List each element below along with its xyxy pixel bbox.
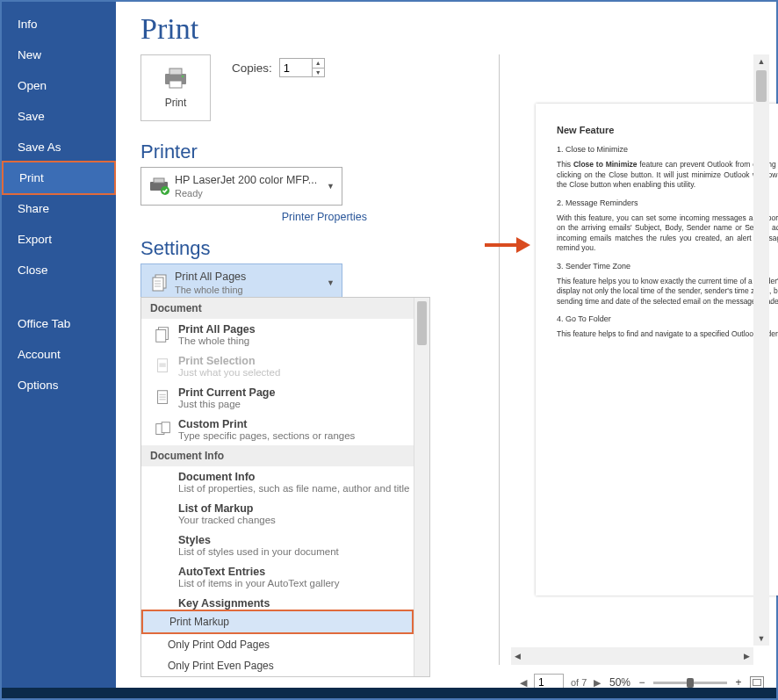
sidebar-item-new[interactable]: New [2, 40, 116, 70]
sidebar-item-open[interactable]: Open [2, 70, 116, 101]
settings-dropdown: Document Print All PagesThe whole thing … [140, 297, 430, 677]
dd-item-print-selection: Print SelectionJust what you selected [141, 350, 429, 382]
preview-pane: New Feature 1. Close to Minimize This Cl… [511, 54, 769, 665]
zoom-out-button[interactable]: − [636, 676, 648, 689]
dropdown-scrollbar[interactable] [414, 298, 429, 676]
doc-s4: 4. Go To Folder [557, 314, 778, 324]
svg-rect-21 [162, 422, 169, 433]
doc-p2: With this feature, you can set some inco… [557, 213, 778, 254]
preview-page: New Feature 1. Close to Minimize This Cl… [536, 104, 778, 595]
copies-spinner[interactable]: ▲ ▼ [279, 58, 325, 77]
doc-s3: 3. Sender Time Zone [557, 261, 778, 271]
preview-divider [499, 54, 500, 665]
doc-p3: This feature helps you to know exactly t… [557, 277, 778, 307]
page-icon [155, 388, 172, 408]
printer-properties-link[interactable]: Printer Properties [140, 211, 367, 223]
next-page-icon[interactable]: ▶ [594, 677, 601, 689]
settings-heading: Settings [140, 237, 211, 259]
preview-vscroll[interactable]: ▲ ▼ [753, 54, 769, 646]
dd-item-keyassign[interactable]: Key Assignments [141, 593, 429, 610]
printer-icon [162, 67, 189, 90]
sidebar-item-account[interactable]: Account [2, 339, 116, 370]
printer-status: Ready [175, 188, 317, 198]
sidebar-item-officetab[interactable]: Office Tab [2, 308, 116, 339]
dd-item-autotext[interactable]: AutoText EntriesList of items in your Au… [141, 561, 429, 593]
page-title: Print [140, 12, 776, 46]
dd-item-print-all[interactable]: Print All PagesThe whole thing [141, 319, 429, 350]
pages-icon [154, 325, 173, 344]
zoom-fit-button[interactable] [750, 676, 764, 689]
doc-s2: 2. Message Reminders [557, 198, 778, 208]
dd-item-docinfo[interactable]: Document InfoList of properties, such as… [141, 466, 429, 498]
sidebar-item-save[interactable]: Save [2, 101, 116, 132]
scroll-right-icon[interactable]: ▶ [740, 652, 753, 660]
preview-hscroll[interactable]: ◀ ▶ [511, 647, 753, 665]
settings-selected-sub: The whole thing [175, 285, 246, 295]
dd-simple-oddpages[interactable]: Only Print Odd Pages [141, 634, 429, 655]
dd-item-styles[interactable]: StylesList of styles used in your docume… [141, 530, 429, 561]
scroll-up-icon[interactable]: ▲ [758, 54, 766, 69]
print-button-label: Print [165, 97, 187, 109]
annotation-arrow-icon [485, 237, 530, 253]
svg-rect-5 [154, 178, 164, 183]
scroll-down-icon[interactable]: ▼ [758, 631, 766, 646]
settings-selected-title: Print All Pages [175, 271, 246, 285]
sidebar-item-share[interactable]: Share [2, 193, 116, 224]
svg-point-3 [182, 76, 184, 78]
doc-p1: This Close to Minimize feature can preve… [557, 160, 778, 190]
doc-s1: 1. Close to Minimize [557, 144, 778, 155]
dd-simple-printmarkup[interactable]: Print Markup [141, 610, 414, 634]
dd-group-docinfo: Document Info [141, 445, 429, 466]
scroll-left-icon[interactable]: ◀ [511, 652, 524, 660]
zoom-pct: 50% [609, 676, 630, 689]
doc-heading: New Feature [557, 125, 778, 135]
printer-small-icon [149, 177, 172, 195]
sidebar-item-saveas[interactable]: Save As [2, 132, 116, 162]
printer-name: HP LaserJet 200 color MFP... [175, 174, 317, 188]
copies-input[interactable] [280, 59, 312, 76]
svg-rect-13 [156, 330, 166, 343]
sidebar-item-options[interactable]: Options [2, 370, 116, 401]
dd-item-custom-print[interactable]: Custom PrintType specific pages, section… [141, 414, 429, 445]
svg-rect-15 [159, 363, 165, 367]
dd-group-document: Document [141, 298, 429, 319]
zoom-slider[interactable] [653, 682, 727, 684]
sidebar-item-close[interactable]: Close [2, 255, 116, 285]
copies-label: Copies: [232, 61, 272, 75]
zoom-controls: 50% − + [609, 676, 764, 689]
copies-down[interactable]: ▼ [313, 69, 324, 77]
printer-combo[interactable]: HP LaserJet 200 color MFP... Ready ▼ [140, 167, 342, 206]
svg-rect-2 [169, 81, 182, 88]
copies-up[interactable]: ▲ [313, 59, 324, 69]
footer-bar [2, 688, 776, 698]
printer-heading: Printer [140, 141, 198, 162]
pages-custom-icon [153, 420, 174, 439]
dd-simple-evenpages[interactable]: Only Print Even Pages [141, 655, 429, 676]
page-of-label: of 7 [571, 677, 587, 688]
doc-p4: This feature helps to find and navigate … [557, 329, 778, 339]
chevron-down-icon: ▼ [327, 182, 335, 191]
sidebar-item-print[interactable]: Print [2, 161, 116, 195]
dd-item-listmarkup[interactable]: List of MarkupYour tracked changes [141, 498, 429, 530]
backstage-sidebar: Info New Open Save Save As Print Share E… [2, 2, 116, 698]
pages-icon [150, 272, 171, 293]
dd-item-print-current[interactable]: Print Current PageJust this page [141, 382, 429, 414]
print-button[interactable]: Print [140, 54, 211, 121]
svg-rect-1 [169, 69, 182, 75]
prev-page-icon[interactable]: ◀ [520, 677, 527, 689]
chevron-down-icon: ▼ [327, 278, 335, 287]
zoom-in-button[interactable]: + [732, 676, 745, 689]
sidebar-item-export[interactable]: Export [2, 224, 116, 255]
sidebar-item-info[interactable]: Info [2, 9, 116, 40]
page-icon [155, 357, 172, 376]
